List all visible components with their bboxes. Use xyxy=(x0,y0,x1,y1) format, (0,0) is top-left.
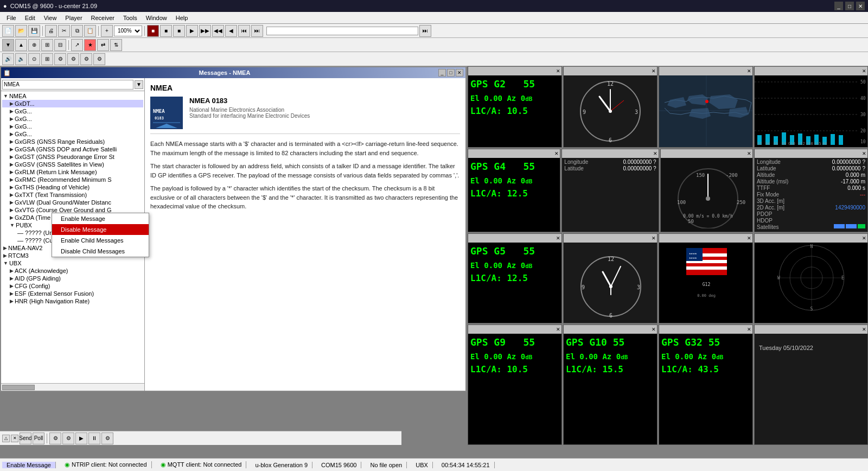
gps-g32-close[interactable]: ✕ xyxy=(747,327,751,332)
speedometer-close[interactable]: ✕ xyxy=(747,151,751,156)
menu-edit[interactable]: Edit xyxy=(21,14,40,22)
gps-g9-close[interactable]: ✕ xyxy=(556,327,560,332)
tb2-b1[interactable]: ▼ xyxy=(2,39,14,51)
menu-window[interactable]: Window xyxy=(142,14,171,22)
bottom-btn-poll[interactable]: Poll xyxy=(33,432,44,444)
tree-item-hnr[interactable]: ▶ HNR (High Navigation Rate) xyxy=(2,297,143,305)
menu-file[interactable]: File xyxy=(2,14,21,22)
tb2-b5[interactable]: ⊟ xyxy=(54,39,66,51)
menu-player[interactable]: Player xyxy=(61,14,86,22)
tb-print[interactable]: 🖨 xyxy=(45,25,57,37)
tb2-b3[interactable]: ⊕ xyxy=(28,39,40,51)
tb2-b7[interactable]: ★ xyxy=(84,39,96,51)
tb-end[interactable]: ⏭ xyxy=(419,25,431,37)
tb3-b3[interactable]: ⊙ xyxy=(28,53,40,65)
tree-expand-btn[interactable]: ▼ xyxy=(135,80,143,89)
tree-item-gxrmc[interactable]: ▶ GxRMC (Recommended Minimum S xyxy=(2,176,143,183)
utc-close[interactable]: ✕ xyxy=(652,236,656,241)
bottom-btn-3[interactable]: ⚙ xyxy=(49,432,61,444)
tb2-b6[interactable]: ↗ xyxy=(71,39,83,51)
ctx-enable-message[interactable]: Enable Message xyxy=(52,213,149,224)
tree-item-gxg4[interactable]: ▶ GxG... xyxy=(2,130,143,138)
menu-receiver[interactable]: Receiver xyxy=(87,14,119,22)
tb3-b8[interactable]: ⚙ xyxy=(93,53,105,65)
tb3-b2[interactable]: 🔉 xyxy=(15,53,27,65)
tb2-b9[interactable]: ⇅ xyxy=(110,39,122,51)
tree-item-cfg[interactable]: ▶ CFG (Config) xyxy=(2,282,143,290)
tb-b7[interactable]: ◀ xyxy=(225,25,237,37)
tree-item-gxg2[interactable]: ▶ GxG... xyxy=(2,115,143,123)
tb3-b4[interactable]: ⊞ xyxy=(41,53,53,65)
tb-paste[interactable]: 📋 xyxy=(84,25,96,37)
tree-item-aid[interactable]: ▶ AID (GPS Aiding) xyxy=(2,275,143,282)
nav-info-close[interactable]: ✕ xyxy=(862,151,866,156)
tb3-b5[interactable]: ⚙ xyxy=(54,53,66,65)
tree-item-ubx[interactable]: ▼ UBX xyxy=(2,259,143,267)
scrollbar-thumb[interactable] xyxy=(2,385,35,390)
bottom-btn-7[interactable]: ⚙ xyxy=(101,432,113,444)
tb-b2[interactable]: ■ xyxy=(160,25,172,37)
ctx-disable-child[interactable]: Disable Child Messages xyxy=(52,246,149,257)
tb-open[interactable]: 📂 xyxy=(15,25,27,37)
tb-zoom-select[interactable]: 100% xyxy=(114,26,142,36)
clock-close[interactable]: ✕ xyxy=(652,68,656,74)
win-maximize[interactable]: □ xyxy=(447,69,455,77)
tree-item-esf[interactable]: ▶ ESF (External Sensor Fusion) xyxy=(2,290,143,297)
date-close[interactable]: ✕ xyxy=(862,327,866,332)
map-close[interactable]: ✕ xyxy=(747,68,751,74)
tree-item-gxg3[interactable]: ▶ GxG... xyxy=(2,123,143,130)
win-minimize[interactable]: _ xyxy=(438,69,446,77)
tree-item-gxgrs[interactable]: ▶ GxGRS (GNSS Range Residuals) xyxy=(2,138,143,145)
tb-zoom-in[interactable]: + xyxy=(101,25,113,37)
polar-close[interactable]: ✕ xyxy=(862,236,866,241)
bottom-btn-6[interactable]: ⏸ xyxy=(88,432,100,444)
tree-item-ack[interactable]: ▶ ACK (Acknowledge) xyxy=(2,267,143,275)
tree-search-input[interactable] xyxy=(2,80,133,90)
tb-save[interactable]: 💾 xyxy=(28,25,40,37)
bottom-btn-2[interactable]: ✕ xyxy=(11,435,18,442)
spectrum-close[interactable]: ✕ xyxy=(862,68,866,74)
close-button[interactable]: ✕ xyxy=(856,2,865,10)
win-close[interactable]: ✕ xyxy=(456,69,463,77)
tb2-b2[interactable]: ▲ xyxy=(15,39,27,51)
tb-cut[interactable]: ✂ xyxy=(58,25,70,37)
tb2-b4[interactable]: ⊞ xyxy=(41,39,53,51)
tb3-b7[interactable]: ⚙ xyxy=(80,53,92,65)
gps-g5-close[interactable]: ✕ xyxy=(556,236,560,241)
bottom-btn-send[interactable]: Send xyxy=(20,432,31,444)
tb3-b1[interactable]: 🔊 xyxy=(2,53,14,65)
tb2-b8[interactable]: ⇄ xyxy=(97,39,109,51)
gps-g2-close[interactable]: ✕ xyxy=(556,68,560,74)
tb-b8[interactable]: ⏮ xyxy=(238,25,250,37)
tree-item-gxths[interactable]: ▶ GxTHS (Heading of Vehicle) xyxy=(2,183,143,191)
tree-root-nmea[interactable]: ▼ NMEA xyxy=(2,92,143,100)
tb3-b6[interactable]: ⚙ xyxy=(67,53,79,65)
bottom-btn-5[interactable]: ▶ xyxy=(75,432,87,444)
tree-item-gxg1[interactable]: ▶ GxG... xyxy=(2,107,143,115)
tb-b4[interactable]: ▶ xyxy=(186,25,198,37)
tree-item-gxgst[interactable]: ▶ GxGST (GNSS Pseudorange Error St xyxy=(2,153,143,161)
tb-b6[interactable]: ◀◀ xyxy=(212,25,224,37)
minimize-button[interactable]: _ xyxy=(834,2,843,10)
tree-item-gxrlm[interactable]: ▶ GxRLM (Return Link Message) xyxy=(2,168,143,176)
tb-b9[interactable]: ⏭ xyxy=(251,25,263,37)
tree-item-gxdt[interactable]: ▶ GxDT... xyxy=(2,100,143,107)
tree-scrollbar[interactable] xyxy=(1,383,144,391)
maximize-button[interactable]: □ xyxy=(845,2,854,10)
menu-tools[interactable]: Tools xyxy=(119,14,142,22)
bottom-btn-1[interactable]: △ xyxy=(2,435,10,442)
tb-new[interactable]: 📄 xyxy=(2,25,14,37)
tb-b5[interactable]: ▶▶ xyxy=(199,25,211,37)
longlat-close[interactable]: ✕ xyxy=(653,151,658,156)
ctx-enable-child[interactable]: Enable Child Messages xyxy=(52,235,149,246)
gps-g4-close[interactable]: ✕ xyxy=(554,151,559,156)
menu-view[interactable]: View xyxy=(40,14,61,22)
gps-g10-close[interactable]: ✕ xyxy=(652,327,656,332)
menu-help[interactable]: Help xyxy=(171,14,193,22)
tree-item-gxgsa[interactable]: ▶ GxGSA (GNSS DOP and Active Satelli xyxy=(2,145,143,153)
bottom-btn-4[interactable]: ⚙ xyxy=(62,432,74,444)
tree-item-gxvlw[interactable]: ▶ GxVLW (Dual Ground/Water Distanc xyxy=(2,199,143,206)
tb-copy[interactable]: ⧉ xyxy=(71,25,83,37)
ctx-disable-message[interactable]: Disable Message xyxy=(52,224,149,235)
tree-item-gxgsv[interactable]: ▶ GxGSV (GNSS Satellites in View) xyxy=(2,161,143,168)
